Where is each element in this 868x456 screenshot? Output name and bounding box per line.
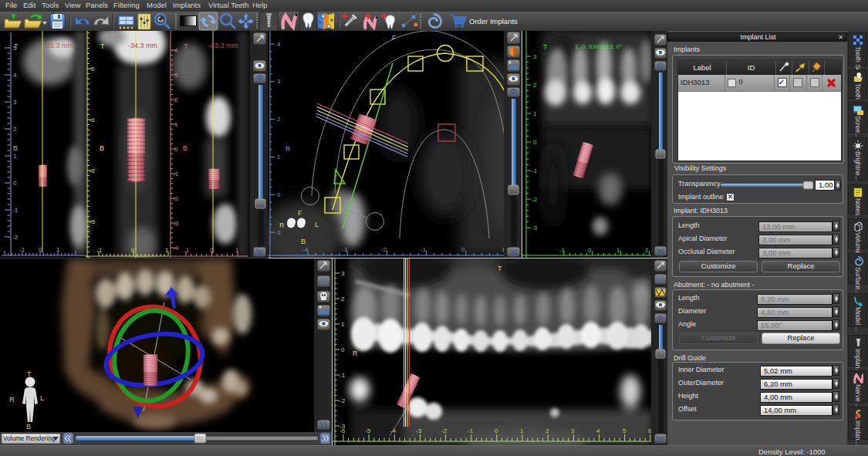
svg-text:B: B <box>100 144 104 152</box>
svg-text:-35.3 mm: -35.3 mm <box>44 42 73 49</box>
svg-text:2: 2 <box>545 427 549 434</box>
svg-text:0: 0 <box>341 346 345 353</box>
svg-text:0: 0 <box>461 246 465 253</box>
svg-text:2: 2 <box>645 247 649 254</box>
svg-text:T: T <box>543 43 548 51</box>
svg-text:-6: -6 <box>339 427 346 434</box>
svg-text:1: 1 <box>341 321 345 328</box>
svg-text:R: R <box>285 145 291 153</box>
svg-text:-1: -1 <box>339 372 346 379</box>
svg-text:0: 0 <box>13 180 17 187</box>
svg-text:Volume Rendering: Volume Rendering <box>3 435 56 442</box>
svg-text:-3: -3 <box>90 218 96 225</box>
svg-text:5: 5 <box>623 427 627 434</box>
svg-text:-1: -1 <box>173 171 179 177</box>
svg-text:T: T <box>498 265 502 272</box>
svg-text:4: 4 <box>277 41 281 48</box>
svg-text:-3: -3 <box>342 246 348 253</box>
svg-text:1: 1 <box>277 154 281 160</box>
svg-text:B: B <box>13 144 18 152</box>
svg-text:-5: -5 <box>365 427 371 434</box>
svg-text:-1: -1 <box>90 117 96 123</box>
svg-text:-4: -4 <box>173 245 179 252</box>
svg-text:0: 0 <box>210 247 214 254</box>
svg-text:1: 1 <box>520 427 524 434</box>
svg-text:-2: -2 <box>441 427 448 434</box>
svg-text:R: R <box>279 221 285 229</box>
svg-text:B: B <box>301 238 306 245</box>
svg-text:4: 4 <box>13 72 17 79</box>
svg-text:0: 0 <box>131 247 135 254</box>
svg-text:3: 3 <box>533 53 537 60</box>
svg-text:3: 3 <box>341 270 345 277</box>
svg-text:2: 2 <box>277 116 281 123</box>
svg-text:Order Implants: Order Implants <box>469 17 518 25</box>
svg-text:-2: -2 <box>532 196 538 203</box>
svg-text:-3: -3 <box>173 220 179 227</box>
svg-text:-3: -3 <box>416 427 422 434</box>
svg-text:-4: -4 <box>390 427 397 434</box>
svg-text:3: 3 <box>277 78 281 85</box>
svg-text:-1: -1 <box>275 229 282 236</box>
svg-text:-1: -1 <box>184 247 190 254</box>
svg-text:0: 0 <box>174 146 178 153</box>
svg-text:-33.3 mm: -33.3 mm <box>208 42 238 49</box>
svg-text:-1: -1 <box>559 247 566 254</box>
svg-text:0: 0 <box>39 246 42 253</box>
svg-text:T: T <box>14 42 19 50</box>
svg-text:-1: -1 <box>468 427 474 434</box>
svg-text:3: 3 <box>174 72 178 79</box>
svg-text:1: 1 <box>13 153 17 160</box>
svg-text:1: 1 <box>56 246 60 253</box>
svg-text:L: L <box>40 394 44 402</box>
svg-text:-2: -2 <box>173 195 179 202</box>
svg-text:-1: -1 <box>420 246 427 253</box>
svg-text:-3: -3 <box>532 225 538 231</box>
svg-text:B: B <box>26 423 31 431</box>
svg-text:B: B <box>183 144 187 152</box>
svg-text:-4: -4 <box>302 246 309 253</box>
svg-text:2: 2 <box>533 82 537 89</box>
svg-text:2: 2 <box>13 126 17 133</box>
svg-text:L: L <box>315 221 319 228</box>
svg-text:0: 0 <box>588 247 592 254</box>
svg-text:0: 0 <box>277 191 281 198</box>
svg-text:-2: -2 <box>12 234 19 241</box>
svg-text:3: 3 <box>13 99 17 106</box>
svg-text:-1: -1 <box>12 207 19 214</box>
svg-text:1, 0: IDH3013, 0°: 1, 0: IDH3013, 0° <box>575 43 622 50</box>
svg-text:1: 1 <box>235 247 239 254</box>
svg-text:R: R <box>353 350 358 357</box>
svg-text:2: 2 <box>341 296 345 302</box>
svg-text:T: T <box>100 42 105 50</box>
svg-text:4: 4 <box>174 47 178 54</box>
svg-text:F: F <box>392 34 397 42</box>
svg-text:0: 0 <box>91 66 95 73</box>
svg-text:-2: -2 <box>381 246 387 253</box>
svg-text:F: F <box>298 209 302 217</box>
svg-text:0: 0 <box>533 139 537 146</box>
svg-text:R: R <box>9 396 15 404</box>
svg-text:0: 0 <box>495 427 498 434</box>
svg-text:-34.3 mm: -34.3 mm <box>128 42 157 49</box>
svg-text:-1: -1 <box>19 246 25 253</box>
svg-text:-1: -1 <box>96 247 103 254</box>
svg-text:1: 1 <box>165 247 169 254</box>
svg-text:T: T <box>27 370 32 378</box>
svg-text:1: 1 <box>616 247 620 254</box>
svg-text:2: 2 <box>174 96 178 103</box>
svg-text:T: T <box>184 42 188 50</box>
svg-text:-1: -1 <box>532 167 538 174</box>
svg-text:4: 4 <box>596 427 600 434</box>
svg-text:3: 3 <box>571 427 575 434</box>
svg-text:1: 1 <box>174 121 178 128</box>
svg-text:1: 1 <box>533 110 537 117</box>
svg-text:-2: -2 <box>339 397 346 404</box>
svg-text:-2: -2 <box>90 167 96 174</box>
